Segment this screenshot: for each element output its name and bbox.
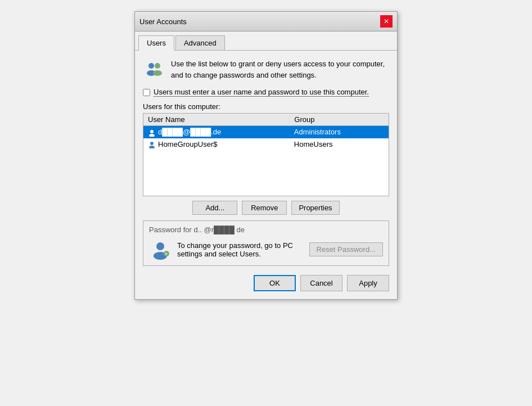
user-name-cell: d████@████.de <box>143 126 290 138</box>
properties-button[interactable]: Properties <box>291 201 339 215</box>
password-text: To change your password, go to PC settin… <box>177 241 304 258</box>
table-row[interactable]: HomeGroupUser$HomeUsers <box>143 138 389 151</box>
svg-point-4 <box>150 130 154 133</box>
apply-button[interactable]: Apply <box>347 275 389 291</box>
svg-point-5 <box>149 134 155 137</box>
info-row: Use the list below to grant or deny user… <box>143 58 389 81</box>
close-button[interactable]: ✕ <box>380 15 393 28</box>
tab-users[interactable]: Users <box>138 35 174 51</box>
footer-buttons: OK Cancel Apply <box>143 273 389 294</box>
user-name-cell: HomeGroupUser$ <box>143 138 290 151</box>
col-username: User Name <box>143 114 290 126</box>
password-user-icon: + <box>149 238 172 261</box>
users-icon <box>143 58 165 81</box>
svg-point-3 <box>153 70 162 76</box>
tab-content: Use the list below to grant or deny user… <box>135 51 397 299</box>
svg-point-8 <box>156 242 164 250</box>
svg-text:+: + <box>165 251 168 256</box>
dialog-title: User Accounts <box>139 17 187 26</box>
user-accounts-dialog: User Accounts ✕ Users Advanced Use the l <box>134 11 398 300</box>
tab-advanced[interactable]: Advanced <box>175 35 225 51</box>
password-section-title: Password for d.. @r████ de <box>149 225 383 234</box>
user-group-cell: Administrators <box>290 126 389 138</box>
user-table-wrapper: User Name Group d████@████.deAdministrat… <box>143 113 389 196</box>
user-table: User Name Group d████@████.deAdministrat… <box>143 114 389 151</box>
col-group: Group <box>290 114 389 126</box>
table-empty-space <box>143 151 389 196</box>
table-row[interactable]: d████@████.deAdministrators <box>143 126 389 138</box>
remove-button[interactable]: Remove <box>242 201 287 215</box>
checkbox-row: Users must enter a user name and passwor… <box>143 88 389 97</box>
svg-point-2 <box>155 63 160 69</box>
users-section-label: Users for this computer: <box>143 102 389 111</box>
password-inner: + To change your password, go to PC sett… <box>149 238 383 261</box>
password-section: Password for d.. @r████ de + To change y… <box>143 220 389 266</box>
title-bar: User Accounts ✕ <box>135 12 397 31</box>
must-login-checkbox[interactable] <box>143 89 150 96</box>
svg-point-0 <box>148 63 154 69</box>
ok-button[interactable]: OK <box>254 275 296 291</box>
svg-point-7 <box>149 146 155 148</box>
reset-password-button[interactable]: Reset Password... <box>309 242 384 256</box>
cancel-button[interactable]: Cancel <box>300 275 342 291</box>
info-text: Use the list below to grant or deny user… <box>171 58 389 80</box>
add-button[interactable]: Add... <box>192 201 237 215</box>
user-group-cell: HomeUsers <box>290 138 389 151</box>
tabs-container: Users Advanced <box>135 31 397 51</box>
checkbox-label[interactable]: Users must enter a user name and passwor… <box>154 88 369 97</box>
svg-point-6 <box>150 142 154 145</box>
user-action-buttons: Add... Remove Properties <box>143 201 389 215</box>
